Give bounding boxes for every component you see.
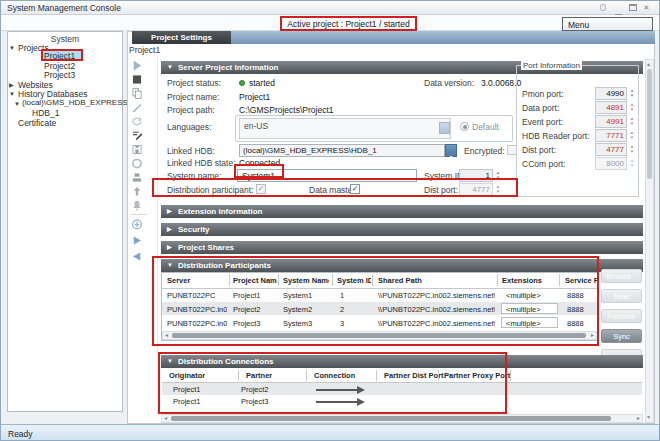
spinner-arrows-icon[interactable] <box>628 157 636 168</box>
remove-button[interactable]: Remove <box>601 309 642 323</box>
spinner-arrows-icon[interactable] <box>628 87 636 98</box>
content-header-project-name: Project1 <box>129 45 160 55</box>
close-button[interactable] <box>642 3 651 12</box>
add-button[interactable] <box>130 218 146 232</box>
annotation-active-project-banner <box>280 16 417 31</box>
window-badge-icon <box>600 4 606 11</box>
section-project-shares[interactable]: Project Shares <box>161 241 643 254</box>
new-button[interactable]: New <box>601 289 642 303</box>
titlebar: System Management Console <box>1 1 659 15</box>
data-port-label: Data port: <box>522 103 559 113</box>
stop-project-button[interactable] <box>130 73 146 87</box>
linked-hdb-value: (local)\GMS_HDB_EXPRESS\HDB_1 <box>243 146 377 155</box>
copy-project-button[interactable] <box>130 87 146 101</box>
document-icon <box>130 87 144 100</box>
tree-item-project3[interactable]: Project3 <box>44 70 75 80</box>
languages-dropdown-button[interactable] <box>439 122 450 134</box>
annotation-tree-project1 <box>41 49 83 61</box>
annotation-distribution-participants <box>152 256 599 346</box>
languages-listbox[interactable] <box>239 118 451 139</box>
scrollbar-thumb[interactable] <box>171 416 611 421</box>
next-button[interactable] <box>130 234 146 248</box>
linked-hdb-dropdown-button[interactable] <box>445 144 457 157</box>
tree-item-hdb-server[interactable]: (local)\GMS_HDB_EXPRESS <box>22 98 128 107</box>
ccom-port-spinner[interactable]: 8000 <box>595 157 627 170</box>
notify-button[interactable] <box>130 199 146 213</box>
annotation-distribution-connections <box>158 352 507 414</box>
encrypted-label: Encrypted: <box>464 146 505 156</box>
scroll-right-icon[interactable]: ► <box>636 415 641 422</box>
pmon-port-spinner[interactable]: 4990 <box>595 87 627 100</box>
minimize-button[interactable] <box>615 3 624 12</box>
expander-icon <box>167 241 172 254</box>
expander-icon[interactable] <box>9 44 15 52</box>
tab-project-settings[interactable]: Project Settings <box>132 31 231 44</box>
project-path-value: C:\GMSProjects\Project1 <box>239 105 333 115</box>
close-project-button[interactable] <box>130 157 146 171</box>
menu-dropdown[interactable]: Menu <box>562 17 653 31</box>
restore-project-button[interactable] <box>130 115 146 129</box>
section-title: Project Shares <box>178 243 234 252</box>
delete-project-button[interactable] <box>130 171 146 185</box>
forward-triangle-icon <box>130 234 144 247</box>
hdb-reader-port-spinner[interactable]: 7771 <box>595 129 627 142</box>
edit-project-button[interactable] <box>130 101 146 115</box>
pmon-port-label: Pmon port: <box>522 89 564 99</box>
section-title: Extension Information <box>178 207 262 216</box>
tree-item-hdb1[interactable]: HDB_1 <box>32 108 59 118</box>
edit-lines-icon <box>130 129 144 142</box>
expander-icon[interactable] <box>14 100 20 108</box>
expander-icon <box>167 61 173 74</box>
status-bar: Ready <box>1 424 659 440</box>
expander-icon[interactable] <box>9 81 14 89</box>
previous-button[interactable] <box>130 250 146 264</box>
maximize-icon <box>629 4 637 11</box>
annotation-system-name <box>234 164 284 178</box>
dist-port-info-label: Dist port: <box>522 145 556 155</box>
pin-icon <box>130 199 144 212</box>
section-security[interactable]: Security <box>161 223 643 236</box>
sync-button[interactable]: Sync <box>601 329 642 343</box>
browse-button[interactable]: Browse... <box>601 269 642 283</box>
status-dot-icon <box>239 80 245 86</box>
linked-hdb-label: Linked HDB: <box>167 146 215 156</box>
languages-label: Languages: <box>167 122 211 132</box>
event-port-label: Event port: <box>522 117 563 127</box>
spinner-arrows-icon[interactable] <box>628 129 636 140</box>
stop-icon <box>130 73 144 86</box>
dist-port-info-spinner[interactable]: 4777 <box>595 143 627 156</box>
menu-dropdown-label: Menu <box>568 20 589 30</box>
back-triangle-icon <box>130 250 144 263</box>
scroll-left-icon[interactable]: ◄ <box>163 415 168 422</box>
spinner-arrows-icon[interactable] <box>628 115 636 126</box>
toolbar-divider <box>131 214 147 215</box>
section-extension-information[interactable]: Extension Information <box>161 205 643 218</box>
tree-item-certificate[interactable]: Certificate <box>18 118 56 128</box>
default-radio[interactable] <box>460 122 469 131</box>
section-title: Server Project Information <box>178 63 278 72</box>
pencil-icon <box>130 101 144 114</box>
status-text: Ready <box>8 429 33 439</box>
annotation-distribution-row <box>152 178 518 197</box>
maximize-button[interactable] <box>629 4 638 13</box>
data-version-label: Data version: <box>424 78 474 88</box>
play-icon <box>130 59 144 72</box>
window-title: System Management Console <box>7 3 121 13</box>
data-port-spinner[interactable]: 4891 <box>595 101 627 114</box>
expander-icon[interactable] <box>9 90 15 98</box>
tab-strip <box>231 31 655 44</box>
upgrade-project-button[interactable] <box>130 185 146 199</box>
spinner-arrows-icon[interactable] <box>628 101 636 112</box>
scroll-up-icon[interactable]: ▲ <box>646 61 651 68</box>
project-name-label: Project name: <box>167 92 219 102</box>
spinner-arrows-icon[interactable] <box>628 143 636 154</box>
scrollbar-thumb[interactable] <box>647 69 652 179</box>
linked-hdb-state-label: Linked HDB state: <box>167 158 236 168</box>
start-project-button[interactable] <box>130 59 146 73</box>
rename-project-button[interactable] <box>130 129 146 143</box>
save-project-button[interactable] <box>130 143 146 157</box>
hdb-reader-port-label: HDB Reader port: <box>522 131 590 141</box>
event-port-spinner[interactable]: 4991 <box>595 115 627 128</box>
scroll-down-icon[interactable]: ▼ <box>646 414 651 421</box>
ccom-port-label: CCom port: <box>522 159 565 169</box>
